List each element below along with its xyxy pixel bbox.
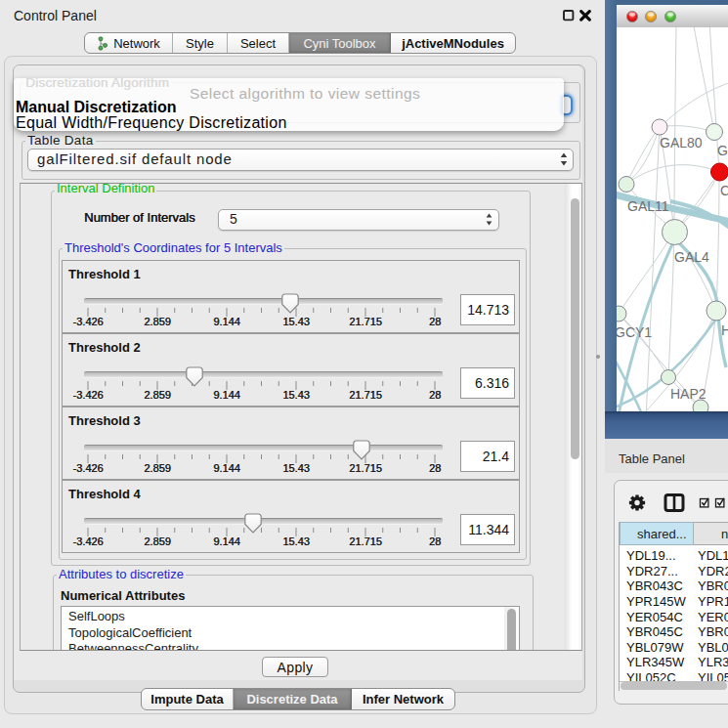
- svg-text:H: H: [721, 322, 728, 338]
- svg-text:GAL80: GAL80: [660, 135, 703, 150]
- svg-text:GCY1: GCY1: [617, 324, 652, 340]
- svg-text:C: C: [720, 183, 728, 198]
- svg-text:GAL11: GAL11: [627, 198, 669, 214]
- svg-text:HAP2: HAP2: [670, 386, 707, 402]
- svg-text:GAL4: GAL4: [674, 249, 709, 265]
- svg-text:GA: GA: [717, 143, 728, 158]
